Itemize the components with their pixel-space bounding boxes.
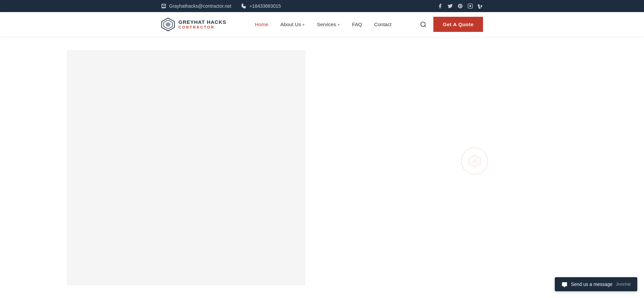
nav-about-link[interactable]: About Us [280, 21, 305, 27]
phone-icon [241, 3, 247, 9]
facebook-icon [437, 3, 443, 9]
twitter-icon [447, 3, 453, 9]
vimeo-link[interactable] [478, 3, 483, 9]
nav-faq-link[interactable]: FAQ [352, 21, 362, 27]
loading-circle [461, 148, 488, 175]
pinterest-icon [458, 3, 463, 9]
facebook-link[interactable] [437, 3, 443, 9]
nav-item-home: Home [255, 21, 268, 28]
logo-text: GREYHAT HACKS CONTRACTOR [178, 19, 226, 29]
hero-image-placeholder [67, 51, 305, 285]
email-text: Grayhathacks@contractor.net [169, 3, 231, 9]
instagram-icon [468, 3, 473, 9]
logo[interactable]: GREYHAT HACKS CONTRACTOR [161, 17, 226, 32]
svg-line-6 [425, 26, 426, 27]
phone-link[interactable]: +18433683015 [241, 3, 281, 9]
chat-brand: Jivochat [616, 282, 631, 287]
email-icon [161, 3, 166, 9]
twitter-link[interactable] [447, 3, 453, 9]
email-link[interactable]: Grayhathacks@contractor.net [161, 3, 231, 9]
search-icon [420, 21, 427, 28]
main-content [0, 37, 644, 285]
topbar: Grayhathacks@contractor.net +18433683015 [0, 0, 644, 12]
brand-watermark-icon [468, 154, 481, 168]
svg-marker-9 [472, 159, 477, 163]
instagram-link[interactable] [468, 3, 473, 9]
right-content [305, 37, 644, 285]
hero-image-area [67, 50, 305, 285]
nav-contact-link[interactable]: Contact [374, 21, 391, 27]
svg-marker-4 [166, 22, 170, 27]
chat-icon [561, 281, 568, 287]
nav-item-about: About Us [280, 21, 305, 28]
nav-right: Get A Quote [420, 17, 483, 32]
vimeo-icon [478, 3, 483, 9]
nav-services-link[interactable]: Services [317, 21, 340, 27]
social-links [437, 3, 483, 9]
search-button[interactable] [420, 21, 427, 28]
nav-item-services: Services [317, 21, 340, 28]
navbar: GREYHAT HACKS CONTRACTOR Home About Us S… [0, 12, 644, 37]
nav-menu: Home About Us Services FAQ Contact [255, 21, 391, 28]
nav-home-link[interactable]: Home [255, 21, 268, 27]
nav-item-contact: Contact [374, 21, 391, 28]
phone-text: +18433683015 [249, 3, 281, 9]
nav-item-faq: FAQ [352, 21, 362, 28]
get-quote-button[interactable]: Get A Quote [433, 17, 483, 32]
pinterest-link[interactable] [458, 3, 463, 9]
chat-label: Send us a message [571, 282, 612, 287]
svg-point-5 [421, 22, 425, 26]
chat-widget[interactable]: Send us a message Jivochat [555, 277, 637, 291]
logo-icon [161, 17, 175, 32]
